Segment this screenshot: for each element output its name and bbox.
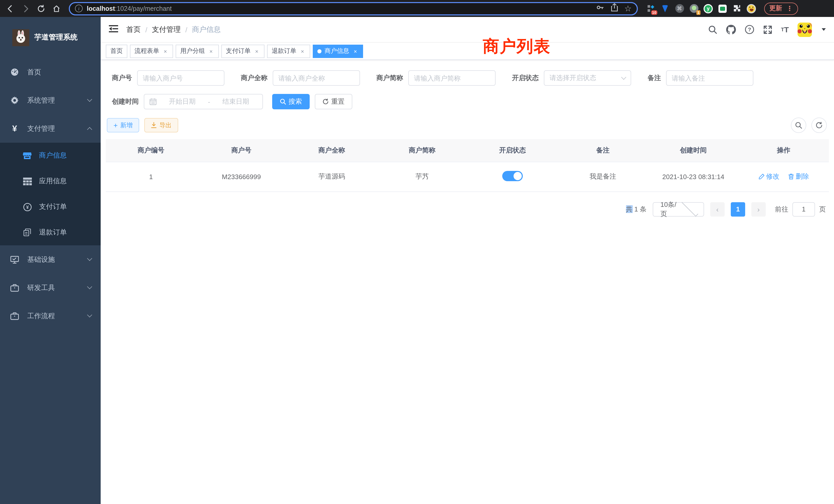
tab-refund-order[interactable]: 退款订单×	[267, 44, 310, 58]
breadcrumb-current: 商户信息	[192, 25, 221, 34]
extension-y-icon[interactable]: y	[704, 4, 713, 13]
page-content: 商户号 商户全称 商户简称 开启状态 请选择开启状态	[101, 60, 834, 504]
browser-forward-icon[interactable]	[20, 2, 32, 15]
short-name-input[interactable]	[408, 70, 496, 86]
breadcrumb-home[interactable]: 首页	[126, 25, 141, 34]
full-name-label: 商户全称	[241, 73, 267, 83]
cell-create-time: 2021-10-23 08:31:14	[648, 162, 739, 191]
cell-full-name: 芋道源码	[287, 162, 377, 191]
sidebar-fold-icon[interactable]	[109, 24, 118, 35]
prev-page-button[interactable]: ‹	[710, 202, 725, 216]
reset-button[interactable]: 重置	[315, 94, 352, 109]
github-icon[interactable]	[726, 25, 736, 35]
logo-avatar	[12, 29, 29, 46]
pagination: 共 1 条 10条/页 ‹ 1 › 前往 页	[106, 202, 826, 216]
tab-merchant-info[interactable]: 商户信息×	[313, 44, 363, 58]
chevron-down-icon	[681, 200, 698, 216]
help-icon[interactable]: ?	[744, 25, 754, 35]
browser-home-icon[interactable]	[50, 2, 63, 15]
password-key-icon[interactable]	[595, 3, 604, 14]
top-navbar: 首页 / 支付管理 / 商户信息 ?	[101, 17, 834, 43]
status-toggle[interactable]	[502, 171, 523, 181]
edit-link[interactable]: 修改	[758, 172, 779, 181]
sidebar-item-refund-order[interactable]: 退款订单	[0, 220, 101, 245]
merchant-table: 商户编号 商户号 商户全称 商户简称 开启状态 备注 创建时间 操作 1	[106, 139, 829, 192]
search-button[interactable]: 搜索	[272, 94, 310, 109]
font-size-icon[interactable]: TT	[781, 25, 789, 34]
export-button[interactable]: 导出	[144, 118, 178, 132]
sidebar-item-payment[interactable]: ¥ 支付管理	[0, 114, 101, 143]
chevron-down-icon	[621, 74, 626, 79]
browser-refresh-icon[interactable]	[35, 2, 47, 15]
monitor-icon	[10, 255, 19, 264]
browser-back-icon[interactable]	[4, 2, 17, 15]
breadcrumb-payment[interactable]: 支付管理	[152, 25, 181, 34]
sidebar-item-system[interactable]: 系统管理	[0, 86, 101, 114]
tags-view-bar: 首页 流程表单× 用户分组× 支付订单× 退款订单× 商户信息×	[101, 43, 834, 60]
fullscreen-icon[interactable]	[763, 25, 772, 34]
sidebar-item-infrastructure[interactable]: 基础设施	[0, 245, 101, 274]
table-toolbar: + 新增 导出	[107, 117, 829, 133]
active-dot-icon	[317, 49, 322, 53]
next-page-button[interactable]: ›	[751, 202, 766, 216]
sidebar-item-home[interactable]: 首页	[0, 58, 101, 86]
page-1-button[interactable]: 1	[731, 202, 745, 216]
tab-pay-order[interactable]: 支付订单×	[221, 44, 264, 58]
extension-gem-icon[interactable]	[660, 4, 670, 13]
close-icon[interactable]: ×	[208, 48, 214, 54]
url-text: localhost:1024/pay/merchant	[87, 5, 591, 12]
full-name-input[interactable]	[273, 70, 360, 86]
close-icon[interactable]: ×	[254, 48, 260, 54]
cell-merchant-id: 1	[106, 162, 196, 191]
col-full-name: 商户全称	[287, 139, 377, 162]
profile-avatar-icon[interactable]	[747, 4, 756, 13]
sidebar-item-merchant-info[interactable]: 商户信息	[0, 143, 101, 168]
add-button[interactable]: + 新增	[107, 118, 139, 132]
user-avatar[interactable]	[797, 22, 812, 37]
tab-user-group[interactable]: 用户分组×	[176, 44, 219, 58]
sidebar-logo[interactable]: 芋道管理系统	[0, 17, 101, 58]
status-select[interactable]: 请选择开启状态	[544, 70, 631, 86]
date-range-picker[interactable]: 开始日期 - 结束日期	[144, 94, 263, 109]
extension-avatar-icon[interactable]: 1	[689, 4, 698, 13]
tab-process-form[interactable]: 流程表单×	[130, 44, 173, 58]
hide-search-button[interactable]	[791, 117, 806, 133]
extension-chat-icon[interactable]	[718, 4, 727, 13]
remark-input[interactable]	[666, 70, 753, 86]
table-header-row: 商户编号 商户号 商户全称 商户简称 开启状态 备注 创建时间 操作	[106, 139, 829, 162]
page-size-select[interactable]: 10条/页	[653, 202, 704, 216]
share-icon[interactable]	[610, 3, 618, 14]
user-menu-caret-icon[interactable]	[822, 28, 826, 31]
browser-update-button[interactable]: 更新 ⋮	[764, 2, 798, 15]
header-search-icon[interactable]	[708, 25, 717, 34]
extension-command-icon[interactable]: ⌘	[675, 4, 684, 13]
close-icon[interactable]: ×	[352, 48, 358, 54]
col-status: 开启状态	[467, 139, 558, 162]
goto-page-input[interactable]	[792, 202, 815, 216]
yen-circle-icon: ¥	[23, 203, 32, 211]
address-bar[interactable]: i localhost:1024/pay/merchant ☆	[69, 2, 638, 15]
close-icon[interactable]: ×	[300, 48, 306, 54]
extensions-strip: 10 ⌘ 1 y	[646, 4, 756, 13]
calendar-icon	[150, 98, 157, 105]
browser-menu-icon[interactable]: ⋮	[786, 5, 793, 12]
sidebar-item-pay-order[interactable]: ¥ 支付订单	[0, 194, 101, 220]
close-icon[interactable]: ×	[162, 48, 169, 54]
refresh-button[interactable]	[811, 117, 827, 133]
site-info-icon[interactable]: i	[75, 5, 83, 12]
sidebar-item-workflow[interactable]: 工作流程	[0, 302, 101, 330]
extensions-puzzle-icon[interactable]	[732, 4, 742, 13]
browser-toolbar: i localhost:1024/pay/merchant ☆ 10 ⌘	[0, 0, 834, 17]
delete-link[interactable]: 删除	[789, 172, 809, 181]
payment-submenu: 商户信息 应用信息 ¥ 支付订单	[0, 143, 101, 245]
shop-icon	[23, 151, 32, 160]
merchant-no-input[interactable]	[137, 70, 224, 86]
bookmark-star-icon[interactable]: ☆	[624, 4, 632, 13]
sidebar-item-app-info[interactable]: 应用信息	[0, 168, 101, 194]
gear-icon	[10, 96, 19, 105]
sidebar-item-dev-tools[interactable]: 研发工具	[0, 274, 101, 302]
trash-icon	[789, 174, 794, 180]
extension-colorful-icon[interactable]: 10	[646, 4, 655, 13]
tab-home[interactable]: 首页	[106, 44, 127, 58]
filter-row-1: 商户号 商户全称 商户简称 开启状态 请选择开启状态	[112, 70, 829, 86]
